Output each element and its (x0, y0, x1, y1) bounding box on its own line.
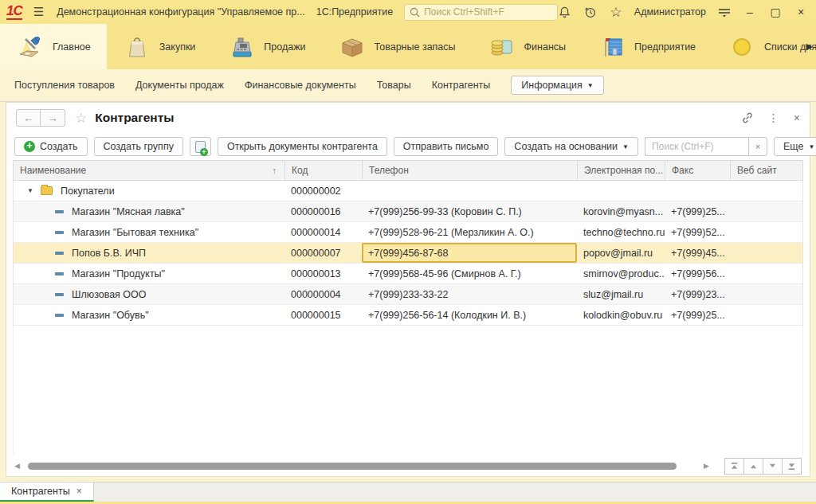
email-cell[interactable]: sluz@jmail.ru (577, 284, 665, 304)
code-cell[interactable]: 000000015 (284, 305, 362, 325)
section-zakupki[interactable]: Закупки (107, 24, 212, 69)
minimize-button[interactable]: – (743, 6, 757, 18)
name-cell[interactable]: Магазин "Продукты" (14, 264, 284, 283)
maximize-button[interactable]: ▢ (768, 6, 783, 18)
name-cell[interactable]: Шлюзовая ООО (14, 284, 284, 304)
close-window-button[interactable]: × (794, 6, 808, 18)
list-search-input[interactable] (645, 137, 748, 156)
column-header-web[interactable]: Веб сайт (730, 161, 802, 180)
table-row[interactable]: Магазин "Бытовая техника"000000014+7(999… (14, 222, 802, 243)
section-finansy[interactable]: Финансы (472, 24, 582, 69)
section-spiski-dlya-testov[interactable]: Списки для тестов (712, 24, 816, 69)
main-menu-icon[interactable]: ☰ (33, 5, 44, 19)
submenu-link-dokumenty-prodazh[interactable]: Документы продаж (135, 80, 224, 91)
go-to-last-row-button[interactable] (782, 458, 802, 475)
name-cell[interactable]: ▼Покупатели (14, 181, 284, 201)
column-header-phone[interactable]: Телефон (362, 161, 577, 180)
email-cell[interactable]: kolodkin@obuv.ru (577, 305, 665, 325)
submenu-link-kontragenty[interactable]: Контрагенты (432, 80, 491, 91)
column-header-code[interactable]: Код (284, 161, 362, 180)
web-cell[interactable] (730, 243, 802, 263)
current-user[interactable]: Администратор (634, 6, 706, 18)
section-prodazhi[interactable]: Продажи (211, 24, 321, 69)
tab-kontragenty[interactable]: Контрагенты × (0, 483, 94, 502)
code-cell[interactable]: 000000007 (284, 243, 362, 263)
focused-phone-cell[interactable]: +7(999)456-87-68 (362, 243, 577, 263)
name-cell[interactable]: Попов Б.В. ИЧП (14, 243, 284, 263)
code-cell[interactable]: 000000014 (284, 222, 362, 242)
create-based-on-button[interactable]: Создать на основании ▼ (504, 137, 638, 156)
fax-cell[interactable] (665, 181, 730, 201)
ribbon-overflow-arrow[interactable]: ▶ (806, 41, 813, 52)
email-cell[interactable]: techno@techno.ru (577, 222, 665, 242)
group-row[interactable]: ▼Покупатели000000002 (14, 181, 802, 201)
web-cell[interactable] (730, 181, 802, 201)
phone-cell[interactable]: +7(999)233-33-22 (362, 284, 577, 304)
fax-cell[interactable]: +7(999)25... (665, 201, 730, 221)
column-header-fax[interactable]: Факс (665, 161, 730, 180)
column-header-name[interactable]: Наименование ↑ (14, 161, 284, 180)
table-row[interactable]: Магазин "Обувь"000000015+7(999)256-56-14… (14, 305, 802, 326)
table-row[interactable]: Магазин "Продукты"000000013+7(999)568-45… (14, 264, 802, 284)
web-cell[interactable] (730, 222, 802, 242)
back-button[interactable]: ← (16, 109, 41, 127)
service-menu-icon[interactable] (717, 5, 732, 19)
email-cell[interactable]: popov@jmail.ru (577, 243, 665, 263)
submenu-link-postupleniya[interactable]: Поступления товаров (14, 80, 115, 91)
code-cell[interactable]: 000000004 (284, 284, 362, 304)
table-row[interactable]: Шлюзовая ООО000000004+7(999)233-33-22slu… (14, 284, 802, 305)
close-form-icon[interactable]: × (794, 111, 800, 124)
fax-cell[interactable]: +7(999)23... (665, 284, 730, 304)
column-header-email[interactable]: Электронная по... (577, 161, 665, 180)
information-dropdown-button[interactable]: Информация ▼ (511, 76, 603, 95)
tab-close-icon[interactable]: × (76, 486, 82, 497)
email-cell[interactable]: smirnov@produc... (577, 264, 665, 283)
section-glavnoe[interactable]: Главное (0, 24, 107, 69)
phone-cell[interactable]: +7(999)528-96-21 (Мерзликин А. О.) (362, 222, 577, 242)
global-search-input[interactable] (424, 6, 552, 18)
next-row-button[interactable] (763, 458, 783, 475)
name-cell[interactable]: Магазин "Обувь" (14, 305, 284, 325)
phone-cell[interactable]: +7(999)256-56-14 (Колодкин И. В.) (362, 305, 577, 325)
fax-cell[interactable]: +7(999)56... (665, 264, 730, 283)
history-icon[interactable] (583, 5, 598, 19)
copy-item-button[interactable] (190, 137, 211, 156)
code-cell[interactable]: 000000016 (284, 201, 362, 221)
section-predpriyatie[interactable]: Предприятие (582, 24, 712, 69)
phone-cell[interactable]: +7(999)568-45-96 (Смирнов А. Г.) (362, 264, 577, 283)
table-row[interactable]: Магазин "Мясная лавка"000000016+7(999)25… (14, 201, 802, 222)
get-link-icon[interactable] (741, 111, 754, 124)
section-tovarnye-zapasy[interactable]: Товарные запасы (322, 24, 472, 69)
table-row[interactable]: Попов Б.В. ИЧП000000007+7(999)456-87-68p… (14, 243, 802, 264)
favorites-star-icon[interactable]: ☆ (609, 5, 623, 19)
email-cell[interactable] (577, 181, 665, 201)
code-cell[interactable]: 000000002 (284, 181, 362, 201)
expander-icon[interactable]: ▼ (20, 187, 41, 194)
web-cell[interactable] (730, 284, 802, 304)
submenu-link-finansovye-dokumenty[interactable]: Финансовые документы (245, 80, 356, 91)
add-to-favorites-star-icon[interactable]: ☆ (75, 110, 87, 127)
name-cell[interactable]: Магазин "Бытовая техника" (14, 222, 284, 242)
code-cell[interactable]: 000000013 (284, 264, 362, 283)
horizontal-scrollbar[interactable] (25, 463, 699, 470)
more-button[interactable]: Еще ▼ (774, 137, 816, 156)
scroll-right-icon[interactable]: ▶ (704, 462, 709, 470)
fax-cell[interactable]: +7(999)25... (665, 305, 730, 325)
web-cell[interactable] (730, 264, 802, 283)
name-cell[interactable]: Магазин "Мясная лавка" (14, 201, 284, 221)
fax-cell[interactable]: +7(999)52... (665, 222, 730, 242)
go-to-first-row-button[interactable] (724, 458, 744, 475)
scrollbar-thumb[interactable] (28, 463, 677, 470)
fax-cell[interactable]: +7(999)45... (665, 243, 730, 263)
phone-cell[interactable]: +7(999)256-99-33 (Коровин С. П.) (362, 201, 577, 221)
previous-row-button[interactable] (743, 458, 763, 475)
notifications-bell-icon[interactable] (558, 5, 572, 19)
global-search[interactable] (404, 4, 558, 21)
submenu-link-tovary[interactable]: Товары (377, 80, 411, 91)
web-cell[interactable] (730, 201, 802, 221)
scroll-left-icon[interactable]: ◀ (14, 462, 20, 470)
forward-button[interactable]: → (41, 109, 65, 127)
create-button[interactable]: + Создать (14, 137, 88, 156)
web-cell[interactable] (730, 305, 802, 325)
email-cell[interactable]: korovin@myasn... (577, 201, 665, 221)
